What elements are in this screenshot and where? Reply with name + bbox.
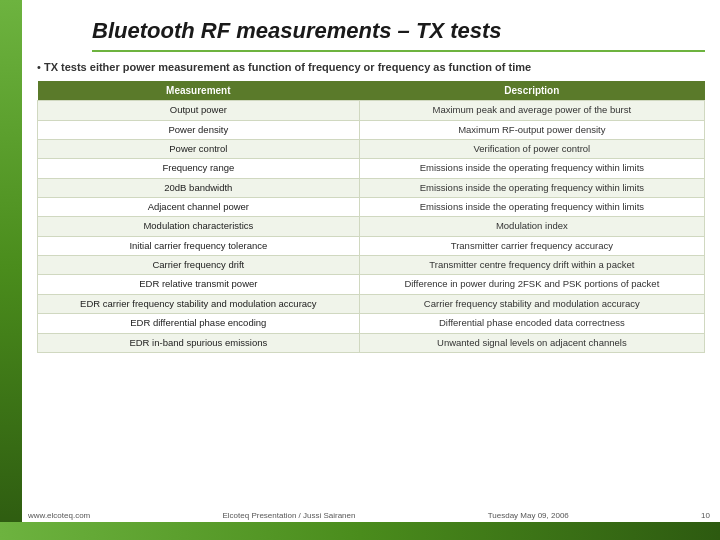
- subtitle: • TX tests either power measurement as f…: [37, 60, 705, 75]
- footer-website: www.elcoteq.com: [28, 511, 90, 520]
- measurement-cell: EDR differential phase encoding: [38, 314, 360, 333]
- table-header-row: Measurement Description: [38, 81, 705, 101]
- col-header-measurement: Measurement: [38, 81, 360, 101]
- description-cell: Maximum RF-output power density: [359, 120, 704, 139]
- description-cell: Difference in power during 2FSK and PSK …: [359, 275, 704, 294]
- footer: www.elcoteq.com Elcoteq Presentation / J…: [28, 511, 710, 520]
- description-cell: Transmitter centre frequency drift withi…: [359, 256, 704, 275]
- table-row: Modulation characteristicsModulation ind…: [38, 217, 705, 236]
- description-cell: Verification of power control: [359, 140, 704, 159]
- left-decorative-bar: [0, 0, 22, 540]
- subtitle-rest: either power measurement as function of …: [87, 61, 531, 73]
- table-row: Initial carrier frequency toleranceTrans…: [38, 236, 705, 255]
- table-row: Output powerMaximum peak and average pow…: [38, 101, 705, 120]
- footer-presentation: Elcoteq Presentation / Jussi Sairanen: [223, 511, 356, 520]
- measurement-cell: Frequency range: [38, 159, 360, 178]
- description-cell: Maximum peak and average power of the bu…: [359, 101, 704, 120]
- table-row: Carrier frequency driftTransmitter centr…: [38, 256, 705, 275]
- footer-page: 10: [701, 511, 710, 520]
- measurement-cell: Carrier frequency drift: [38, 256, 360, 275]
- footer-date: Tuesday May 09, 2006: [488, 511, 569, 520]
- measurement-cell: Initial carrier frequency tolerance: [38, 236, 360, 255]
- description-cell: Modulation index: [359, 217, 704, 236]
- description-cell: Emissions inside the operating frequency…: [359, 198, 704, 217]
- table-row: 20dB bandwidthEmissions inside the opera…: [38, 178, 705, 197]
- description-cell: Emissions inside the operating frequency…: [359, 159, 704, 178]
- measurement-cell: Output power: [38, 101, 360, 120]
- measurement-cell: Power density: [38, 120, 360, 139]
- description-cell: Unwanted signal levels on adjacent chann…: [359, 333, 704, 352]
- measurement-cell: Adjacent channel power: [38, 198, 360, 217]
- measurements-table: Measurement Description Output powerMaxi…: [37, 81, 705, 352]
- page-title: Bluetooth RF measurements – TX tests: [92, 18, 705, 52]
- table-row: Power densityMaximum RF-output power den…: [38, 120, 705, 139]
- measurement-cell: EDR carrier frequency stability and modu…: [38, 294, 360, 313]
- table-row: EDR carrier frequency stability and modu…: [38, 294, 705, 313]
- bottom-decorative-bar: [0, 522, 720, 540]
- main-content: Bluetooth RF measurements – TX tests • T…: [22, 0, 720, 522]
- table-row: Adjacent channel powerEmissions inside t…: [38, 198, 705, 217]
- description-cell: Emissions inside the operating frequency…: [359, 178, 704, 197]
- measurement-cell: Power control: [38, 140, 360, 159]
- col-header-description: Description: [359, 81, 704, 101]
- measurement-cell: Modulation characteristics: [38, 217, 360, 236]
- table-row: EDR differential phase encodingDifferent…: [38, 314, 705, 333]
- table-row: EDR relative transmit powerDifference in…: [38, 275, 705, 294]
- table-row: EDR in-band spurious emissionsUnwanted s…: [38, 333, 705, 352]
- description-cell: Transmitter carrier frequency accuracy: [359, 236, 704, 255]
- measurement-cell: 20dB bandwidth: [38, 178, 360, 197]
- measurement-cell: EDR in-band spurious emissions: [38, 333, 360, 352]
- table-row: Frequency rangeEmissions inside the oper…: [38, 159, 705, 178]
- measurement-cell: EDR relative transmit power: [38, 275, 360, 294]
- description-cell: Differential phase encoded data correctn…: [359, 314, 704, 333]
- table-row: Power controlVerification of power contr…: [38, 140, 705, 159]
- subtitle-bold: TX tests: [44, 61, 87, 73]
- description-cell: Carrier frequency stability and modulati…: [359, 294, 704, 313]
